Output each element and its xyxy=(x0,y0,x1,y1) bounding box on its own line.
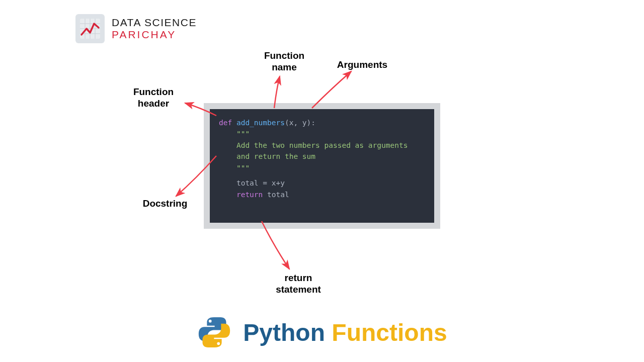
docstring-close: """ xyxy=(219,162,425,173)
return-value: total xyxy=(267,191,289,199)
params-token: (x, y) xyxy=(285,119,311,127)
keyword-def: def xyxy=(219,119,236,127)
title-word-functions: Functions xyxy=(332,319,447,346)
brand-text: DATA SCIENCE PARICHAY xyxy=(112,17,197,41)
keyword-return: return xyxy=(219,191,267,199)
code-block: def add_numbers(x, y): """ Add the two n… xyxy=(210,109,434,223)
colon-token: : xyxy=(311,119,315,127)
chart-icon xyxy=(75,14,105,43)
blank-line xyxy=(219,173,425,177)
code-stamp-frame: def add_numbers(x, y): """ Add the two n… xyxy=(199,98,445,234)
label-function-header: Functionheader xyxy=(123,86,184,110)
label-docstring: Docstring xyxy=(135,198,195,210)
python-logo-icon xyxy=(197,315,232,350)
assignment-line: total = x+y xyxy=(219,177,425,189)
svg-point-7 xyxy=(209,320,212,323)
return-line: return total xyxy=(219,189,425,200)
brand-line2: PARICHAY xyxy=(112,29,197,41)
docstring-line2: and return the sum xyxy=(219,151,425,162)
docstring-line1: Add the two numbers passed as arguments xyxy=(219,140,425,151)
docstring-open: """ xyxy=(219,128,425,139)
label-return-statement: returnstatement xyxy=(266,273,331,296)
label-function-name: Functionname xyxy=(254,50,314,73)
function-name-token: add_numbers xyxy=(236,119,285,127)
code-line-header: def add_numbers(x, y): xyxy=(219,117,425,128)
svg-point-8 xyxy=(217,342,220,345)
label-arguments: Arguments xyxy=(332,59,392,71)
brand-logo: DATA SCIENCE PARICHAY xyxy=(75,14,197,43)
title-word-python: Python xyxy=(243,319,332,346)
footer: Python Functions xyxy=(0,315,644,350)
brand-line1: DATA SCIENCE xyxy=(112,17,197,29)
page-title: Python Functions xyxy=(243,319,447,346)
